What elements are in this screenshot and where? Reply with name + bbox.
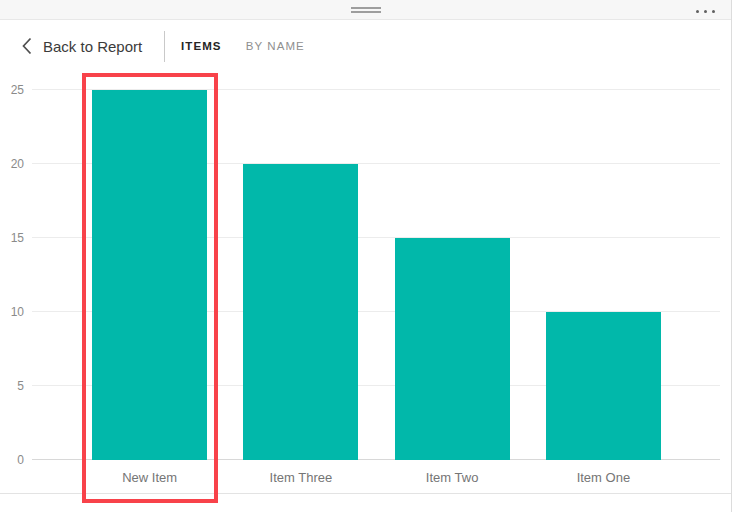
toolbar-divider <box>164 31 165 62</box>
back-to-report-label: Back to Report <box>43 38 142 55</box>
bar-series <box>74 90 679 460</box>
y-tick-label: 10 <box>11 305 24 319</box>
bar-slot <box>377 90 528 460</box>
x-axis-label: Item Two <box>377 469 528 487</box>
tab-bar: ITEMSBY NAME <box>181 20 305 72</box>
bar-slot <box>74 90 225 460</box>
bar-item-three[interactable] <box>243 164 358 460</box>
y-tick-label: 25 <box>11 83 24 97</box>
y-tick-label: 15 <box>11 231 24 245</box>
chevron-left-icon <box>22 37 32 55</box>
bar-chart-plot-area <box>32 90 720 460</box>
x-axis-label: New Item <box>74 469 225 487</box>
bar-item-two[interactable] <box>395 238 510 460</box>
y-axis-tick-labels: 0510152025 <box>0 90 24 460</box>
y-tick-label: 20 <box>11 157 24 171</box>
bar-slot <box>225 90 376 460</box>
tab-by-name[interactable]: BY NAME <box>246 40 305 52</box>
toolbar: Back to Report ITEMSBY NAME <box>0 20 731 72</box>
bar-slot <box>528 90 679 460</box>
x-axis-label: Item One <box>528 469 679 487</box>
visual-bottom-border <box>0 493 731 494</box>
y-tick-label: 0 <box>17 453 24 467</box>
back-to-report-button[interactable]: Back to Report <box>22 37 142 55</box>
more-options-icon[interactable] <box>694 8 717 15</box>
titlebar <box>0 0 731 20</box>
bar-item-one[interactable] <box>546 312 661 460</box>
visual-focus-mode-window: Back to Report ITEMSBY NAME 0510152025 N… <box>0 0 732 512</box>
x-axis-label: Item Three <box>225 469 376 487</box>
tab-items[interactable]: ITEMS <box>181 40 222 52</box>
x-axis-category-labels: New ItemItem ThreeItem TwoItem One <box>74 469 679 487</box>
drag-handle-icon[interactable] <box>351 7 381 13</box>
y-tick-label: 5 <box>17 379 24 393</box>
bar-new-item[interactable] <box>92 90 207 460</box>
